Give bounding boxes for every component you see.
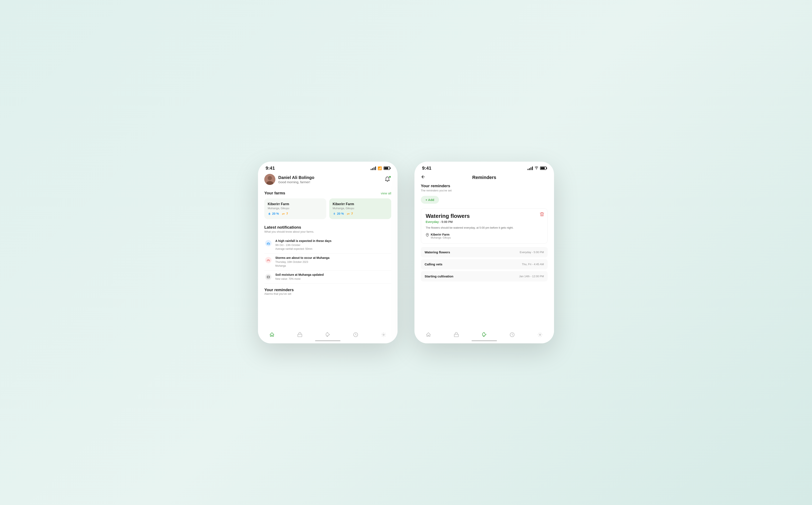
bottom-nav-right [414,329,554,343]
status-time-right: 9:41 [422,165,431,171]
farm-cards: Kiberirr Farm Muhanga, Gikuyu ≡ 20 % pH … [264,198,391,219]
add-button[interactable]: + Add [421,196,439,204]
reminder-list-item-2[interactable]: Calling vets Thu, Fri - 4:45 AM [421,259,548,270]
battery-icon-right [540,167,546,170]
svg-rect-16 [298,334,302,337]
nav-farm-left[interactable] [297,332,303,337]
wifi-icon-left: 📶 [378,166,382,170]
reminder-featured-location: Kiberirr Farm Muhanga -Gikuyu [426,233,543,239]
delete-reminder-button[interactable] [540,212,544,218]
svg-text:≡: ≡ [269,213,270,215]
user-name: Daniel Ali Bolingo [278,175,314,180]
notifications-title: Latest notifications [264,225,301,230]
status-bar-right: 9:41 [414,162,554,173]
farms-section-header: Your farms view all [264,191,391,195]
svg-point-20 [427,234,428,235]
phone-left-content: Daniel Ali Bolingo Good morning, farmer!… [258,173,398,335]
status-icons-right [528,166,546,170]
nav-indicator-left [315,340,341,341]
reminder-list-item-3[interactable]: Starting cultivation Jan 14th - 12:00 PM [421,271,548,282]
svg-point-7 [265,240,272,246]
farm-moisture-1: ≡ 20 % [268,212,279,215]
reminders-desc: The reminders you've set [421,189,548,192]
reminder-featured-title: Watering flowers [426,213,543,219]
nav-farm-right[interactable] [453,332,459,337]
back-button[interactable] [421,175,425,180]
reminders-section-left: Your reminders Alarms that you've set [264,288,391,295]
farm-moisture-2: 20 % [332,212,344,215]
phone-right: 9:41 [414,162,554,343]
farm-location-1: Muhanga, Gikuyu [268,207,323,210]
svg-text:pH: pH [282,213,285,215]
notifications-header: Latest notifications [264,225,391,230]
farm-card-1[interactable]: Kiberirr Farm Muhanga, Gikuyu ≡ 20 % pH … [264,198,326,219]
user-greeting: Good morning, farmer! [278,180,314,184]
farm-ph-1: pH 7 [282,212,288,215]
page-title: Reminders [472,175,496,180]
farm-location-2: Muhanga, Gikuyu [332,207,388,210]
signal-bars-right [528,166,533,170]
notification-icon-3 [264,273,272,281]
nav-clock-left[interactable] [353,332,359,337]
status-time-left: 9:41 [266,165,275,171]
nav-indicator-right [471,340,497,341]
reminders-heading: Your reminders [421,184,548,188]
svg-point-19 [536,169,537,169]
reminders-subtitle-left: Alarms that you've set [264,292,391,295]
notification-text-2: Storms are about to occur at Muhanga Thu… [275,256,329,268]
nav-home-right[interactable] [426,332,431,337]
svg-point-23 [539,334,541,336]
reminder-list-item-1[interactable]: Watering flowers Everyday - 5:00 PM [421,247,548,258]
notification-icon-2 [264,256,272,264]
user-text: Daniel Ali Bolingo Good morning, farmer! [278,175,314,184]
avatar [264,174,275,185]
svg-rect-21 [454,334,458,337]
reminder-featured-desc: The flowers should be watered everyday, … [426,226,543,230]
svg-point-1 [268,176,272,180]
notification-item-3[interactable]: Soil moisture at Muhanga updated New val… [264,271,391,284]
notification-item-2[interactable]: Storms are about to occur at Muhanga Thu… [264,254,391,271]
location-icon [426,233,429,238]
location-text: Kiberirr Farm Muhanga -Gikuyu [431,233,451,239]
status-icons-left: 📶 [371,166,390,170]
farm-stats-2: 20 % pH 7 [332,212,388,215]
phone-right-content: Reminders Your reminders The reminders y… [414,173,554,335]
farm-name-1: Kiberirr Farm [268,202,323,206]
notification-item-1[interactable]: A high rainfall is expected in these day… [264,237,391,254]
reminder-list: Watering flowers Everyday - 5:00 PM Call… [421,247,548,283]
avatar-face [264,174,275,185]
wifi-icon-right [535,166,538,170]
nav-leaf-right[interactable] [482,332,487,337]
view-all-link[interactable]: view all [381,191,391,195]
nav-settings-right[interactable] [537,332,543,337]
svg-point-18 [383,334,384,336]
svg-text:pH: pH [347,213,350,215]
reminder-featured-schedule: Everyday - 5:00 PM [426,220,543,223]
bell-button[interactable] [384,176,391,183]
user-info: Daniel Ali Bolingo Good morning, farmer! [264,174,314,185]
reminder-featured: Watering flowers Everyday - 5:00 PM The … [421,208,548,243]
nav-settings-left[interactable] [381,332,386,337]
nav-clock-right[interactable] [509,332,515,337]
notifications-subtitle: What you should know about your farms. [264,230,391,233]
nav-leaf-left[interactable] [325,332,330,337]
farm-card-2[interactable]: Kiberirr Farm Muhanga, Gikuyu 20 % pH 7 [329,198,391,219]
phone-left: 9:41 📶 [258,162,398,343]
bell-dot [389,176,391,178]
svg-point-9 [269,244,269,245]
reminders-title-left: Your reminders [264,288,391,292]
page-header: Reminders [421,173,548,184]
svg-point-8 [267,244,268,245]
nav-home-left[interactable] [269,332,275,337]
bottom-nav-left [258,329,398,343]
farms-title: Your farms [264,191,285,195]
notification-text-1: A high rainfall is expected in these day… [275,239,331,251]
notification-text-3: Soil moisture at Muhanga updated New val… [275,273,324,281]
notifications-list: A high rainfall is expected in these day… [264,237,391,284]
signal-bars-left [371,166,376,170]
status-bar-left: 9:41 📶 [258,162,398,173]
farm-stats-1: ≡ 20 % pH 7 [268,212,323,215]
notification-icon-1 [264,239,272,247]
battery-icon-left [384,167,390,170]
farm-ph-2: pH 7 [347,212,353,215]
